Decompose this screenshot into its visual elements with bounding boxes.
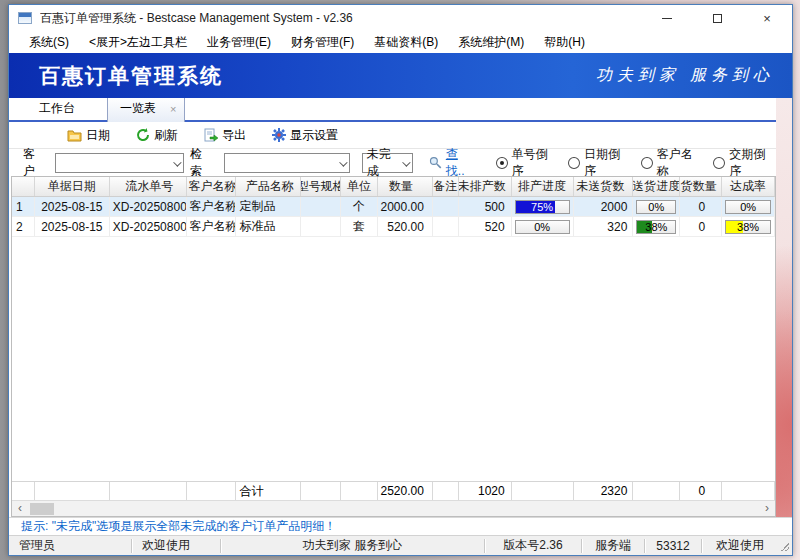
total-empty [35, 482, 110, 500]
cell-rownum: 2 [12, 217, 35, 236]
cell-unit: 个 [341, 197, 378, 216]
tab-overview[interactable]: 一览表 × [107, 98, 185, 122]
status-server: 服务端 [582, 536, 644, 555]
col-qty[interactable]: 数量 [378, 177, 433, 196]
col-sched-progress[interactable]: 排产进度 [512, 177, 574, 196]
customer-combobox[interactable] [55, 153, 185, 173]
minimize-icon [662, 18, 672, 19]
delivery-progressbar: 38% [633, 217, 680, 236]
find-link[interactable]: 查找.. [429, 146, 476, 180]
customer-label: 客户 [23, 146, 47, 180]
window-title: 百惠订单管理系统 - Bestcase Management System - … [40, 10, 642, 27]
status-welcome-right: 欢迎使用 [702, 536, 778, 555]
maximize-button[interactable] [692, 5, 742, 31]
delivery-progressbar: 0% [633, 197, 680, 216]
app-window: 百惠订单管理系统 - Bestcase Management System - … [8, 4, 793, 556]
resize-grip[interactable] [778, 536, 792, 555]
status-filter-value: 未完成 [367, 146, 398, 180]
horizontal-scrollbar[interactable]: ‹ › [12, 500, 775, 516]
radio-icon [568, 157, 580, 169]
radio-order-desc[interactable]: 单号倒序 [496, 146, 559, 180]
date-button[interactable]: 日期 [67, 127, 110, 144]
col-returns[interactable]: 退货数量 [680, 177, 722, 196]
menu-basic-data[interactable]: 基础资料(B) [364, 32, 448, 53]
refresh-button[interactable]: 刷新 [136, 127, 178, 144]
cell-spec [301, 197, 341, 216]
col-customer[interactable]: 客户名称 [187, 177, 237, 196]
menu-maintenance[interactable]: 系统维护(M) [448, 32, 534, 53]
radio-customer-name[interactable]: 客户名称 [641, 146, 704, 180]
cell-qty: 2000.00 [378, 197, 433, 216]
tab-workbench[interactable]: 工作台 [25, 98, 89, 120]
calendar-folder-icon [67, 129, 82, 142]
menu-finance[interactable]: 财务管理(F) [281, 32, 364, 53]
total-undelivered: 2320 [574, 482, 634, 500]
achievement-progressbar: 38% [722, 217, 775, 236]
hint-bar: 提示: "未完成"选项是展示全部未完成的客户订单产品明细！ [9, 517, 792, 535]
refresh-icon [136, 128, 150, 142]
refresh-button-label: 刷新 [154, 127, 178, 144]
col-delivery-progress[interactable]: 送货进度 [633, 177, 680, 196]
menu-help[interactable]: 帮助(H) [534, 32, 595, 53]
minimize-button[interactable] [642, 5, 692, 31]
status-filter-combobox[interactable]: 未完成 [362, 153, 413, 173]
col-rownum[interactable] [12, 177, 35, 196]
app-icon [18, 12, 32, 24]
radio-customer-name-label: 客户名称 [657, 146, 704, 180]
radio-due-desc[interactable]: 交期倒序 [713, 146, 776, 180]
display-settings-button[interactable]: 显示设置 [272, 127, 338, 144]
search-combobox[interactable] [224, 153, 350, 173]
cell-rownum: 1 [12, 197, 35, 216]
menu-business[interactable]: 业务管理(E) [197, 32, 281, 53]
cell-customer: 客户名称 [187, 197, 237, 216]
status-bar: 管理员 欢迎使用 功夫到家 服务到心 版本号2.36 服务端 53312 欢迎使… [9, 535, 792, 555]
status-port: 53312 [645, 536, 701, 555]
cell-undelivered: 2000 [574, 197, 634, 216]
status-welcome: 欢迎使用 [132, 536, 220, 555]
menu-system[interactable]: 系统(S) [19, 32, 79, 53]
mdi-background-strip [776, 98, 792, 517]
radio-date-desc[interactable]: 日期倒序 [568, 146, 631, 180]
col-achievement[interactable]: 达成率 [722, 177, 775, 196]
export-button[interactable]: 导出 [204, 127, 246, 144]
scroll-right-arrow-icon[interactable]: › [759, 501, 775, 516]
banner-title: 百惠订单管理系统 [39, 62, 223, 90]
sort-options: 单号倒序 日期倒序 客户名称 交期倒序 [496, 146, 776, 180]
chevron-down-icon [402, 158, 410, 166]
total-empty [110, 482, 187, 500]
total-empty [341, 482, 378, 500]
scrollbar-thumb[interactable] [30, 503, 54, 515]
tab-strip: 工作台 一览表 × [9, 98, 776, 122]
cell-product: 标准品 [236, 217, 301, 236]
menu-expand-left-toolbar[interactable]: <展开>左边工具栏 [79, 32, 197, 53]
chevron-down-icon [173, 158, 181, 166]
scroll-left-arrow-icon[interactable]: ‹ [12, 501, 28, 516]
col-order-no[interactable]: 流水单号 [110, 177, 187, 196]
cell-date: 2025-08-15 [35, 217, 110, 236]
total-returns: 0 [680, 482, 722, 500]
total-empty [433, 482, 459, 500]
col-product[interactable]: 产品名称 [236, 177, 301, 196]
find-link-label: 查找.. [446, 146, 476, 180]
cell-order-no: XD-202508001 [110, 217, 187, 236]
col-spec[interactable]: 型号规格 [301, 177, 341, 196]
window-controls: × [642, 5, 792, 31]
export-icon [204, 128, 218, 142]
cell-product: 定制品 [236, 197, 301, 216]
col-unscheduled[interactable]: 未排产数 [459, 177, 512, 196]
cell-unscheduled: 500 [459, 197, 512, 216]
close-button[interactable]: × [742, 5, 792, 31]
cell-customer: 客户名称 [187, 217, 237, 236]
radio-icon [713, 157, 725, 169]
status-slogan: 功夫到家 服务到心 [221, 536, 484, 555]
col-note[interactable]: 备注 [433, 177, 459, 196]
overview-page: 工作台 一览表 × 日期 刷新 导出 [9, 98, 776, 517]
col-date[interactable]: 单据日期 [35, 177, 110, 196]
cell-returns: 0 [680, 197, 722, 216]
table-row[interactable]: 2 2025-08-15 XD-202508001 客户名称 标准品 套 520… [12, 217, 775, 237]
col-unit[interactable]: 单位 [341, 177, 378, 196]
tab-close-icon[interactable]: × [170, 103, 176, 115]
table-row[interactable]: 1 2025-08-15 XD-202508001 客户名称 定制品 个 200… [12, 197, 775, 217]
col-undelivered[interactable]: 未送货数 [574, 177, 634, 196]
filter-bar: 客户 检索 未完成 查找.. [9, 148, 776, 176]
